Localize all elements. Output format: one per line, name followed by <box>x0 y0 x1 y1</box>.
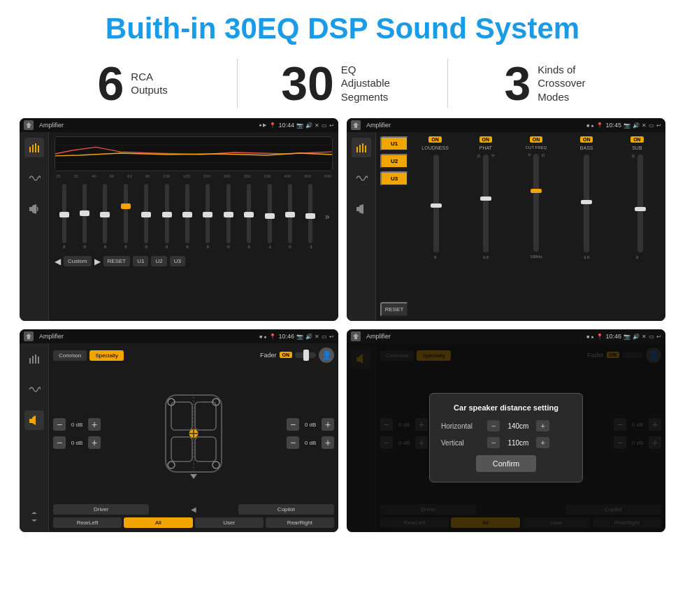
user-btn[interactable]: User <box>195 517 264 528</box>
eq-slider-9[interactable]: 0 <box>219 184 238 249</box>
minus-btn-3[interactable]: − <box>287 418 299 431</box>
fader-bottom-row2: RearLeft All User RearRight <box>53 517 334 528</box>
eq-slider-5[interactable]: 0 <box>137 184 156 249</box>
svg-marker-23 <box>31 520 37 522</box>
minus-btn-2[interactable]: − <box>53 436 66 449</box>
eq-slider-11[interactable]: -1 <box>260 184 279 249</box>
time-3: 10:46 <box>278 333 294 340</box>
home-icon-4[interactable] <box>351 331 361 341</box>
fader-on-badge: ON <box>280 352 293 358</box>
copilot-btn[interactable]: Copilot <box>238 504 334 515</box>
loudness-slider[interactable] <box>433 155 439 252</box>
wave-icon-3[interactable] <box>24 380 44 399</box>
x-icon-4: ✕ <box>642 334 647 340</box>
eq-slider-10[interactable]: 0 <box>240 184 259 249</box>
minus-btn-4[interactable]: − <box>287 436 299 449</box>
freq-25: 25 <box>56 174 61 178</box>
u1-btn-1[interactable]: U1 <box>133 256 148 266</box>
confirm-button[interactable]: Confirm <box>476 455 537 472</box>
eq-slider-2[interactable]: 0 <box>75 184 94 249</box>
plus-btn-2[interactable]: + <box>88 436 101 449</box>
eq-more-arrows[interactable]: » <box>322 212 333 222</box>
driver-btn[interactable]: Driver <box>53 504 149 515</box>
next-icon[interactable]: ▶ <box>94 257 101 266</box>
back-icon-4[interactable]: ↩ <box>656 334 661 340</box>
reset-preset-btn[interactable]: RESET <box>380 302 408 317</box>
minus-btn-1[interactable]: − <box>53 418 66 431</box>
home-icon-2[interactable] <box>351 120 361 130</box>
all-btn[interactable]: All <box>124 517 192 528</box>
vertical-plus-btn[interactable]: + <box>536 437 549 448</box>
back-icon-1[interactable]: ↩ <box>329 122 334 129</box>
u2-preset-btn[interactable]: U2 <box>380 154 408 169</box>
rearleft-btn[interactable]: RearLeft <box>53 517 122 528</box>
eq-slider-6[interactable]: 0 <box>157 184 176 249</box>
battery-icon-1: ▭ <box>322 122 327 129</box>
left-controls: − 0 dB + − 0 dB + <box>53 418 101 449</box>
svg-rect-28 <box>195 437 216 461</box>
freq-320: 320 <box>264 174 271 178</box>
prev-icon[interactable]: ◀ <box>55 257 61 266</box>
speaker-icon-2[interactable] <box>352 199 371 219</box>
db-control-1: − 0 dB + <box>53 418 101 431</box>
svg-rect-13 <box>365 145 366 152</box>
wave-icon-2[interactable] <box>352 169 371 188</box>
common-tab-3[interactable]: Common <box>53 350 87 361</box>
speaker-icon-3[interactable] <box>24 410 44 430</box>
arrows-icon[interactable] <box>24 507 44 527</box>
bass-slider[interactable] <box>584 155 589 252</box>
reset-btn-1[interactable]: RESET <box>103 256 131 266</box>
wave-icon[interactable] <box>24 169 44 188</box>
time-2: 10:45 <box>605 122 621 129</box>
cutfreq-slider[interactable] <box>533 154 539 252</box>
eq-slider-13[interactable]: -1 <box>301 184 320 249</box>
x-icon-2: ✕ <box>642 122 647 129</box>
fader-h-slider[interactable] <box>295 352 316 358</box>
eq-icon-3[interactable] <box>24 349 44 368</box>
eq-slider-12[interactable]: 0 <box>280 184 299 249</box>
eq-slider-3[interactable]: 0 <box>96 184 115 249</box>
custom-btn[interactable]: Custom <box>64 256 92 266</box>
stat-number-crossover: 3 <box>504 59 531 107</box>
u2-btn-1[interactable]: U2 <box>151 256 166 266</box>
vertical-minus-btn[interactable]: − <box>487 437 500 448</box>
plus-btn-4[interactable]: + <box>322 436 334 449</box>
home-icon-3[interactable] <box>24 331 34 341</box>
eq-slider-4[interactable]: 5 <box>116 184 135 249</box>
eq-freq-labels: 25 32 40 50 63 80 100 125 160 200 250 32… <box>55 174 333 178</box>
specialty-tab-3[interactable]: Specialty <box>89 350 123 361</box>
back-icon-2[interactable]: ↩ <box>656 122 661 129</box>
u3-preset-btn[interactable]: U3 <box>380 171 408 186</box>
svg-rect-14 <box>356 207 359 211</box>
plus-btn-1[interactable]: + <box>88 418 101 431</box>
horizontal-minus-btn[interactable]: − <box>487 420 500 431</box>
sub-slider[interactable] <box>637 155 643 252</box>
eq-icon[interactable] <box>24 138 44 157</box>
eq-screen: 25 32 40 50 63 80 100 125 160 200 250 32… <box>20 132 338 321</box>
freq-32: 32 <box>74 174 79 178</box>
stats-row: 6 RCAOutputs 30 EQ AdjustableSegments 3 … <box>0 52 685 118</box>
back-icon-3[interactable]: ↩ <box>329 334 334 340</box>
u1-preset-btn[interactable]: U1 <box>380 136 408 151</box>
rearright-btn[interactable]: RearRight <box>266 517 334 528</box>
eq-slider-1[interactable]: 0 <box>55 184 73 249</box>
plus-btn-3[interactable]: + <box>322 418 334 431</box>
on-badge-cutfreq: ON <box>530 136 543 143</box>
db-value-4: 0 dB <box>301 440 319 446</box>
svg-rect-27 <box>171 437 192 461</box>
u3-btn-1[interactable]: U3 <box>170 256 185 266</box>
dialog-title: Car speaker distance setting <box>441 403 571 412</box>
stat-eq: 30 EQ AdjustableSegments <box>252 59 433 107</box>
screen-amp2: Amplifier ■ ● 📍 10:45 📷 🔊 ✕ ▭ ↩ <box>347 118 665 321</box>
speaker-icon[interactable] <box>24 199 44 219</box>
car-top-view-svg <box>152 381 236 486</box>
svg-rect-10 <box>356 147 358 152</box>
eq-slider-8[interactable]: 0 <box>199 184 217 249</box>
eq-slider-7[interactable]: 0 <box>178 184 196 249</box>
amp2-presets: U1 U2 U3 RESET <box>380 136 408 317</box>
horizontal-plus-btn[interactable]: + <box>536 420 549 431</box>
eq-icon-2[interactable] <box>352 138 371 157</box>
phat-slider[interactable] <box>483 155 489 252</box>
home-icon-1[interactable] <box>24 120 34 130</box>
location-icon-3: 📍 <box>269 334 276 340</box>
